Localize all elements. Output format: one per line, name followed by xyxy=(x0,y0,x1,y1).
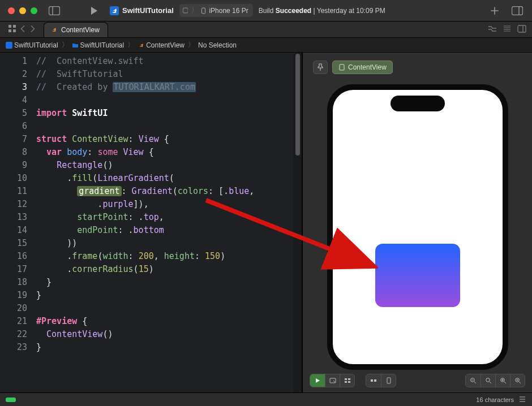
add-icon[interactable] xyxy=(487,6,503,15)
nav-forward-icon[interactable] xyxy=(29,25,36,34)
line-gutter: 1234567891011121314151617181920212223 xyxy=(0,53,33,392)
zoom-fit-button[interactable] xyxy=(495,374,510,387)
preview-device-button[interactable] xyxy=(381,374,396,387)
rendered-rectangle xyxy=(375,244,460,307)
statusbar: 16 characters xyxy=(0,392,532,406)
live-preview-button[interactable] xyxy=(310,374,325,387)
selection-count: 16 characters xyxy=(476,396,514,403)
svg-rect-0 xyxy=(49,6,60,15)
run-button[interactable] xyxy=(86,6,102,15)
svg-rect-10 xyxy=(13,29,16,32)
selectable-preview-button[interactable] xyxy=(325,374,340,387)
svg-rect-16 xyxy=(345,378,347,380)
svg-rect-18 xyxy=(345,381,347,383)
zoom-out-button[interactable] xyxy=(466,374,480,387)
chevron-right-icon: 〉 xyxy=(188,40,195,50)
preview-toolbar xyxy=(303,374,532,387)
device-settings-button[interactable] xyxy=(366,374,381,387)
build-status[interactable]: Build Succeeded | Yesterday at 10:09 PM xyxy=(259,7,385,15)
tab-contentview[interactable]: ContentView xyxy=(44,22,108,37)
status-led xyxy=(6,398,16,402)
svg-rect-22 xyxy=(387,378,391,383)
editor-layout-icon[interactable] xyxy=(517,25,526,34)
chevron-right-icon: 〉 xyxy=(127,40,134,50)
pin-preview-button[interactable] xyxy=(313,61,328,74)
svg-point-24 xyxy=(486,378,490,382)
titlebar: SwiftUITutorial 〉 iPhone 16 Pr Build Suc… xyxy=(0,0,532,21)
device-name: iPhone 16 Pr xyxy=(209,7,248,15)
nav-back-icon[interactable] xyxy=(20,25,26,34)
variants-button[interactable] xyxy=(340,374,354,387)
breadcrumb[interactable]: SwiftUITutorial 〉 SwiftUITutorial 〉 Cont… xyxy=(0,38,532,53)
svg-rect-3 xyxy=(183,8,188,13)
related-items-icon[interactable] xyxy=(488,25,497,34)
svg-rect-7 xyxy=(8,25,11,28)
crumb-file[interactable]: ContentView xyxy=(138,41,185,49)
dynamic-island xyxy=(391,96,445,111)
minimize-window[interactable] xyxy=(19,7,26,14)
svg-rect-19 xyxy=(348,381,350,383)
traffic-lights xyxy=(8,7,37,14)
navigator-menu-icon[interactable] xyxy=(8,24,16,34)
svg-rect-9 xyxy=(8,29,11,32)
svg-rect-5 xyxy=(512,6,523,15)
svg-rect-11 xyxy=(518,25,526,32)
toggle-sidebar-icon[interactable] xyxy=(46,6,62,15)
maximize-window[interactable] xyxy=(31,7,37,14)
svg-rect-8 xyxy=(13,25,16,28)
adjust-editor-icon[interactable] xyxy=(503,25,512,34)
project-name: SwiftUITutorial xyxy=(122,6,174,15)
run-destination[interactable]: 〉 iPhone 16 Pr xyxy=(179,4,253,17)
svg-rect-14 xyxy=(340,64,344,70)
svg-rect-20 xyxy=(371,379,373,382)
project-title[interactable]: SwiftUITutorial xyxy=(110,6,174,15)
preview-pane: ContentView xyxy=(302,53,532,392)
svg-rect-4 xyxy=(202,8,205,14)
crumb-selection[interactable]: No Selection xyxy=(198,41,237,49)
main-split: 1234567891011121314151617181920212223 //… xyxy=(0,53,532,392)
chevron-right-icon: 〉 xyxy=(62,40,68,50)
close-window[interactable] xyxy=(8,7,15,14)
svg-rect-13 xyxy=(6,42,12,49)
crumb-project[interactable]: SwiftUITutorial xyxy=(6,41,58,49)
svg-rect-21 xyxy=(374,379,376,382)
svg-rect-17 xyxy=(348,378,350,380)
tab-label: ContentView xyxy=(61,26,100,34)
device-frame xyxy=(327,84,508,370)
outline-icon[interactable] xyxy=(514,396,526,404)
preview-target-chip[interactable]: ContentView xyxy=(332,61,393,74)
tabbar: ContentView xyxy=(0,21,532,38)
toggle-inspector-icon[interactable] xyxy=(509,6,525,15)
zoom-in-button[interactable] xyxy=(510,374,525,387)
crumb-folder[interactable]: SwiftUITutorial xyxy=(72,41,125,49)
code-editor[interactable]: 1234567891011121314151617181920212223 //… xyxy=(0,53,302,392)
code-area[interactable]: // ContentView.swift // SwiftTutorial //… xyxy=(33,53,302,392)
zoom-actual-button[interactable] xyxy=(480,374,495,387)
vertical-scrollbar[interactable] xyxy=(294,53,302,392)
preview-target-label: ContentView xyxy=(348,63,387,71)
